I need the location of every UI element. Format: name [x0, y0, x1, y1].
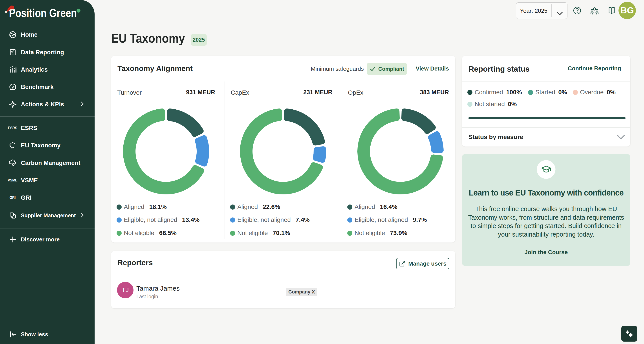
svg-text:Position Green: Position Green	[9, 6, 77, 19]
